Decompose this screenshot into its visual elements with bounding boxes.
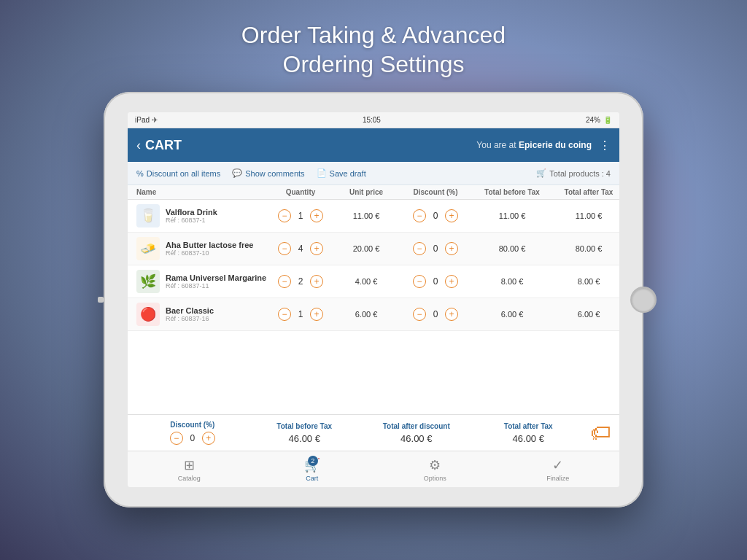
home-button[interactable]	[630, 287, 657, 313]
product-info-2: 🧈 Aha Butter lactose free Réf : 60837-10	[136, 237, 268, 260]
table-row: 🌿 Rama Universel Margarine Réf : 60837-1…	[128, 265, 619, 298]
options-label: Options	[424, 475, 446, 482]
qty-val-1: 1	[295, 211, 306, 221]
total-after-tax-1: 11.00 €	[552, 211, 619, 220]
total-after-discount-block: Total after discount 46.00 €	[360, 422, 473, 444]
store-prefix: You are at	[476, 140, 516, 150]
product-info-4: 🔴 Baer Classic Réf : 60837-16	[136, 303, 268, 326]
cart-title: CART	[145, 138, 294, 153]
col-header-totalbefore: Total before Tax	[472, 188, 552, 196]
catalog-icon: ⊞	[184, 457, 195, 473]
disc-control-4: − 0 +	[399, 308, 472, 321]
disc-increase-4[interactable]: +	[445, 308, 458, 321]
disc-decrease-4[interactable]: −	[413, 308, 426, 321]
total-after-tax-2: 80.00 €	[552, 244, 619, 253]
total-before-tax-3: 8.00 €	[472, 277, 552, 286]
total-after-discount-label: Total after discount	[383, 422, 450, 430]
disc-control-3: − 0 +	[399, 275, 472, 288]
qty-control-2: − 4 +	[268, 242, 333, 255]
side-button	[98, 297, 104, 303]
battery-icon: 🔋	[603, 116, 612, 124]
total-after-tax-3: 8.00 €	[552, 277, 619, 286]
disc-decrease-3[interactable]: −	[413, 275, 426, 288]
product-name-2: Aha Butter lactose free	[166, 241, 253, 249]
time-display: 15:05	[363, 116, 381, 124]
disc-decrease-1[interactable]: −	[413, 209, 426, 222]
cart-badge: 2	[308, 456, 318, 466]
table-header: Name Quantity Unit price Discount (%) To…	[128, 185, 619, 200]
comment-icon: 💬	[232, 168, 242, 178]
qty-decrease-1[interactable]: −	[278, 209, 291, 222]
total-after-tax-4: 6.00 €	[552, 310, 619, 319]
nav-item-finalize[interactable]: ✓ Finalize	[497, 457, 620, 482]
total-after-tax-block: Total after Tax 46.00 €	[473, 422, 585, 444]
total-discount-block: Discount (%) − 0 +	[136, 421, 249, 445]
product-ref-1: Réf : 60837-1	[166, 217, 217, 224]
col-header-qty: Quantity	[268, 188, 333, 196]
total-before-tax-2: 80.00 €	[472, 244, 552, 253]
product-thumb-3: 🌿	[136, 270, 160, 293]
total-before-tax-block: Total before Tax 46.00 €	[249, 422, 361, 444]
qty-increase-1[interactable]: +	[310, 209, 323, 222]
nav-item-catalog[interactable]: ⊞ Catalog	[128, 457, 251, 482]
product-name-1: Valflora Drink	[166, 208, 217, 217]
disc-val-3: 0	[430, 276, 441, 287]
show-comments-button[interactable]: 💬 Show comments	[232, 168, 304, 178]
qty-val-4: 1	[295, 309, 306, 319]
more-options-button[interactable]: ⋮	[599, 139, 611, 152]
total-before-tax-4: 6.00 €	[472, 310, 552, 319]
product-ref-3: Réf : 60837-11	[166, 282, 266, 289]
back-button[interactable]: ‹	[136, 138, 141, 153]
total-before-tax-1: 11.00 €	[472, 211, 552, 220]
total-disc-decrease[interactable]: −	[170, 432, 183, 445]
product-info-1: 🥛 Valflora Drink Réf : 60837-1	[136, 204, 268, 228]
unit-price-3: 4.00 €	[333, 277, 399, 286]
table-row: 🧈 Aha Butter lactose free Réf : 60837-10…	[128, 233, 619, 265]
qty-decrease-4[interactable]: −	[278, 308, 291, 321]
finalize-label: Finalize	[546, 475, 569, 482]
unit-price-1: 11.00 €	[333, 211, 399, 220]
footer-totals: Discount (%) − 0 + Total before Tax 46.0…	[128, 414, 619, 451]
save-draft-button[interactable]: 📄 Save draft	[317, 168, 366, 178]
table-body: 🥛 Valflora Drink Réf : 60837-1 − 1 + 11.…	[128, 200, 619, 414]
ipad-frame: iPad ✈ 15:05 24% 🔋 ‹ CART You are at Epi…	[104, 92, 643, 508]
ipad-screen: iPad ✈ 15:05 24% 🔋 ‹ CART You are at Epi…	[128, 112, 619, 487]
nav-item-options[interactable]: ⚙ Options	[374, 457, 497, 482]
battery-label: 24%	[586, 116, 600, 124]
nav-item-cart[interactable]: 2 🛒 Cart	[251, 457, 374, 482]
col-header-unitprice: Unit price	[333, 188, 399, 196]
qty-increase-2[interactable]: +	[310, 242, 323, 255]
qty-val-2: 4	[295, 244, 306, 254]
disc-decrease-2[interactable]: −	[413, 242, 426, 255]
qty-decrease-2[interactable]: −	[278, 242, 291, 255]
product-info-3: 🌿 Rama Universel Margarine Réf : 60837-1…	[136, 270, 268, 293]
device-label: iPad ✈	[135, 116, 158, 124]
total-after-tax-label: Total after Tax	[504, 422, 553, 430]
page-title: Order Taking & Advanced Ordering Setting…	[241, 20, 506, 79]
product-thumb-2: 🧈	[136, 237, 160, 260]
total-disc-increase[interactable]: +	[202, 432, 215, 445]
product-thumb-1: 🥛	[136, 204, 160, 228]
disc-increase-2[interactable]: +	[445, 242, 458, 255]
disc-control-2: − 0 +	[399, 242, 472, 255]
bottom-nav: ⊞ Catalog 2 🛒 Cart ⚙ Options ✓ Finalize	[128, 451, 619, 487]
qty-increase-4[interactable]: +	[310, 308, 323, 321]
total-after-tax-value: 46.00 €	[513, 433, 544, 444]
qty-increase-3[interactable]: +	[310, 275, 323, 288]
qty-control-1: − 1 +	[268, 209, 333, 222]
discount-all-button[interactable]: % Discount on all items	[136, 169, 220, 178]
table-row: 🥛 Valflora Drink Réf : 60837-1 − 1 + 11.…	[128, 200, 619, 233]
product-count: 🛒 Total products : 4	[536, 168, 611, 178]
disc-val-4: 0	[430, 309, 441, 319]
total-disc-val: 0	[187, 433, 198, 443]
disc-increase-3[interactable]: +	[445, 275, 458, 288]
qty-decrease-3[interactable]: −	[278, 275, 291, 288]
product-name-4: Baer Classic	[166, 306, 214, 315]
table-row: 🔴 Baer Classic Réf : 60837-16 − 1 + 6.00…	[128, 298, 619, 331]
store-info: You are at Epicerie du coing	[294, 140, 592, 150]
col-header-totalafter: Total after Tax	[552, 188, 619, 196]
total-discount-label: Discount (%)	[170, 421, 214, 429]
disc-increase-1[interactable]: +	[445, 209, 458, 222]
product-ref-2: Réf : 60837-10	[166, 249, 253, 257]
qty-control-3: − 2 +	[268, 275, 333, 288]
